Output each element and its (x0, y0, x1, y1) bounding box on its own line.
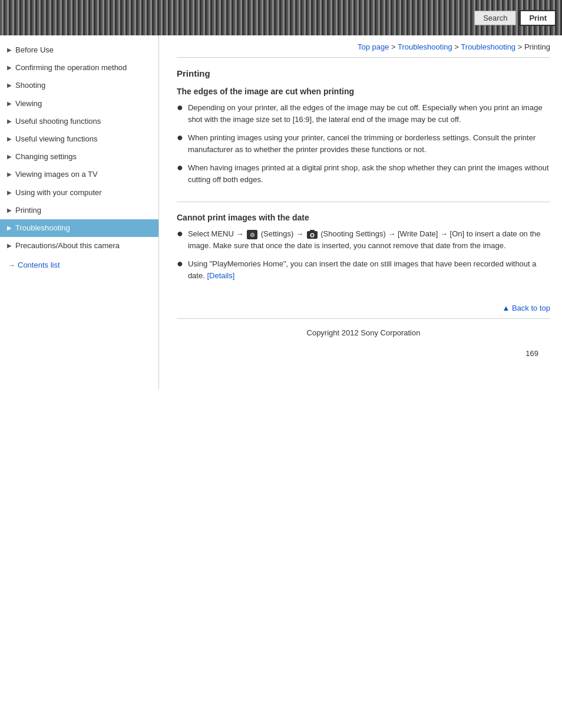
sidebar-item-useful-shooting[interactable]: ▶ Useful shooting functions (0, 113, 158, 130)
sidebar-label-shooting: Shooting (15, 80, 153, 91)
bullet-dot-5: ● (177, 258, 183, 269)
sidebar-arrow-computer: ▶ (7, 189, 12, 197)
sidebar-arrow-useful-viewing: ▶ (7, 135, 12, 143)
section-printing-edges: Printing The edges of the image are cut … (177, 57, 550, 198)
sidebar-arrow-troubleshooting: ▶ (7, 224, 12, 232)
sidebar-arrow-printing: ▶ (7, 206, 12, 215)
sidebar-item-viewing-tv[interactable]: ▶ Viewing images on a TV (0, 166, 158, 183)
main-content: Top page > Troubleshooting > Troubleshoo… (159, 35, 562, 389)
bullet-dot-2: ● (177, 132, 183, 143)
bullet-text-4: Select MENU → ⚙ (Settings) → (188, 228, 550, 251)
breadcrumb-sep1: > (389, 42, 398, 51)
contents-list-label: Contents list (18, 261, 60, 269)
section-subtitle-date: Cannot print images with the date (177, 213, 550, 222)
sidebar-label-confirming: Confirming the operation method (15, 62, 153, 73)
bullet-text-2: When printing images using your printer,… (188, 132, 550, 155)
sidebar-arrow-confirming: ▶ (7, 64, 12, 72)
sidebar-item-printing[interactable]: ▶ Printing (0, 202, 158, 219)
settings-icon: ⚙ (247, 230, 257, 239)
sidebar-item-useful-viewing[interactable]: ▶ Useful viewing functions (0, 130, 158, 148)
bullet-dot-1: ● (177, 102, 183, 113)
svg-text:⚙: ⚙ (250, 232, 255, 238)
search-button[interactable]: Search (474, 11, 516, 25)
page-number: 169 (177, 343, 550, 360)
svg-point-5 (311, 234, 313, 236)
sidebar-arrow-viewing-tv: ▶ (7, 170, 12, 179)
sidebar-label-computer: Using with your computer (15, 187, 153, 198)
section-subtitle-edges: The edges of the image are cut when prin… (177, 87, 550, 96)
camera-icon (307, 230, 318, 239)
sidebar-item-shooting[interactable]: ▶ Shooting (0, 77, 158, 94)
contents-list-arrow-icon: → (8, 261, 15, 269)
back-to-top: Back to top (177, 298, 550, 318)
sidebar-label-viewing-tv: Viewing images on a TV (15, 169, 153, 180)
sidebar-item-computer[interactable]: ▶ Using with your computer (0, 184, 158, 202)
contents-list-link[interactable]: → Contents list (0, 255, 158, 275)
sidebar-label-useful-viewing: Useful viewing functions (15, 134, 153, 144)
list-item: ● Using "PlayMemories Home", you can ins… (177, 258, 550, 281)
bullet-text-5: Using "PlayMemories Home", you can inser… (188, 258, 550, 281)
page-header: Search Print (0, 0, 562, 35)
bullet-list-2: ● Select MENU → ⚙ (Settings) → (177, 228, 550, 281)
details-link[interactable]: [Details] (207, 271, 234, 280)
breadcrumb-troubleshooting2[interactable]: Troubleshooting (461, 42, 515, 51)
sidebar-item-troubleshooting[interactable]: ▶ Troubleshooting (0, 219, 158, 237)
sidebar-arrow-before-use: ▶ (7, 46, 12, 54)
sidebar-item-before-use[interactable]: ▶ Before Use (0, 41, 158, 59)
sidebar-label-printing: Printing (15, 205, 153, 216)
sidebar-arrow-changing-settings: ▶ (7, 153, 12, 161)
back-to-top-link[interactable]: Back to top (502, 304, 550, 312)
bullet-dot-3: ● (177, 162, 183, 173)
breadcrumb-troubleshooting1[interactable]: Troubleshooting (398, 42, 452, 51)
footer-copyright: Copyright 2012 Sony Corporation (307, 328, 421, 337)
list-item: ● Depending on your printer, all the edg… (177, 102, 550, 125)
list-item: ● When having images printed at a digita… (177, 162, 550, 185)
sidebar-item-confirming[interactable]: ▶ Confirming the operation method (0, 59, 158, 77)
breadcrumb-sep2: > (452, 42, 461, 51)
svg-rect-3 (310, 230, 315, 232)
bullet-dot-4: ● (177, 228, 183, 239)
sidebar-item-precautions[interactable]: ▶ Precautions/About this camera (0, 237, 158, 255)
section-title-printing: Printing (177, 68, 550, 78)
sidebar: ▶ Before Use ▶ Confirming the operation … (0, 35, 159, 389)
list-item: ● Select MENU → ⚙ (Settings) → (177, 228, 550, 251)
sidebar-label-changing-settings: Changing settings (15, 151, 153, 162)
bullet-list-1: ● Depending on your printer, all the edg… (177, 102, 550, 185)
sidebar-label-troubleshooting: Troubleshooting (15, 223, 153, 233)
sidebar-item-viewing[interactable]: ▶ Viewing (0, 95, 158, 113)
sidebar-label-viewing: Viewing (15, 98, 153, 109)
breadcrumb: Top page > Troubleshooting > Troubleshoo… (177, 35, 550, 57)
sidebar-arrow-shooting: ▶ (7, 81, 12, 90)
page-layout: ▶ Before Use ▶ Confirming the operation … (0, 35, 562, 389)
footer: Copyright 2012 Sony Corporation (177, 318, 550, 343)
sidebar-label-before-use: Before Use (15, 45, 153, 55)
bullet-text-3: When having images printed at a digital … (188, 162, 550, 185)
sidebar-item-changing-settings[interactable]: ▶ Changing settings (0, 148, 158, 166)
sidebar-arrow-precautions: ▶ (7, 242, 12, 250)
section-printing-date: Cannot print images with the date ● Sele… (177, 202, 550, 294)
print-button[interactable]: Print (520, 10, 556, 26)
bullet-text-1: Depending on your printer, all the edges… (188, 102, 550, 125)
breadcrumb-top-page[interactable]: Top page (358, 42, 389, 51)
sidebar-arrow-viewing: ▶ (7, 100, 12, 108)
sidebar-label-precautions: Precautions/About this camera (15, 241, 153, 251)
sidebar-label-useful-shooting: Useful shooting functions (15, 116, 153, 127)
sidebar-arrow-useful-shooting: ▶ (7, 117, 12, 126)
breadcrumb-printing: Printing (524, 42, 550, 51)
breadcrumb-sep3: > (515, 42, 524, 51)
list-item: ● When printing images using your printe… (177, 132, 550, 155)
